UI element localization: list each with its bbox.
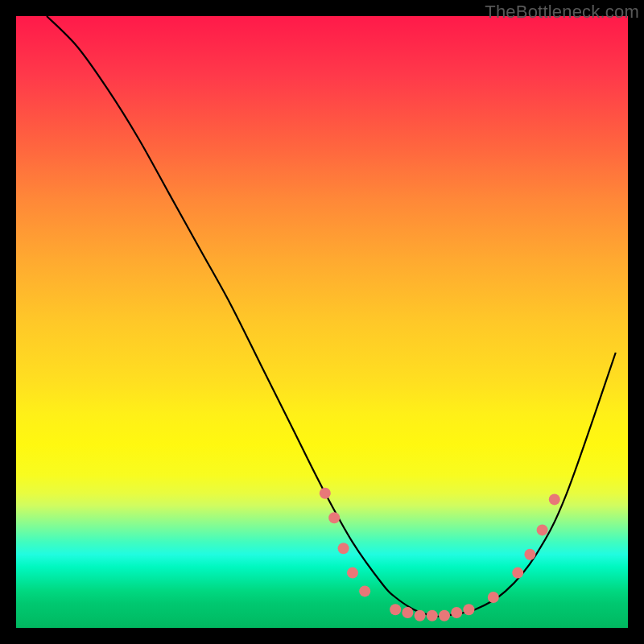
data-marker [549,493,560,505]
data-marker [338,543,349,554]
data-marker [463,604,474,615]
data-marker [347,568,358,579]
data-marker [328,512,340,523]
data-marker [451,607,462,618]
data-marker [488,592,499,603]
data-marker [359,585,370,597]
data-marker [390,604,401,615]
watermark-text: TheBottleneck.com [485,2,639,23]
curve-group [47,16,616,617]
data-marker [512,568,523,579]
data-marker [320,488,331,499]
chart-container: TheBottleneck.com [0,0,644,644]
data-marker [427,610,438,621]
chart-svg [16,16,628,628]
data-marker [524,549,535,560]
data-marker [439,610,450,621]
data-marker [402,607,413,618]
bottleneck-curve [47,16,616,617]
data-marker [537,524,548,535]
markers-group [320,488,560,621]
data-marker [415,610,426,621]
